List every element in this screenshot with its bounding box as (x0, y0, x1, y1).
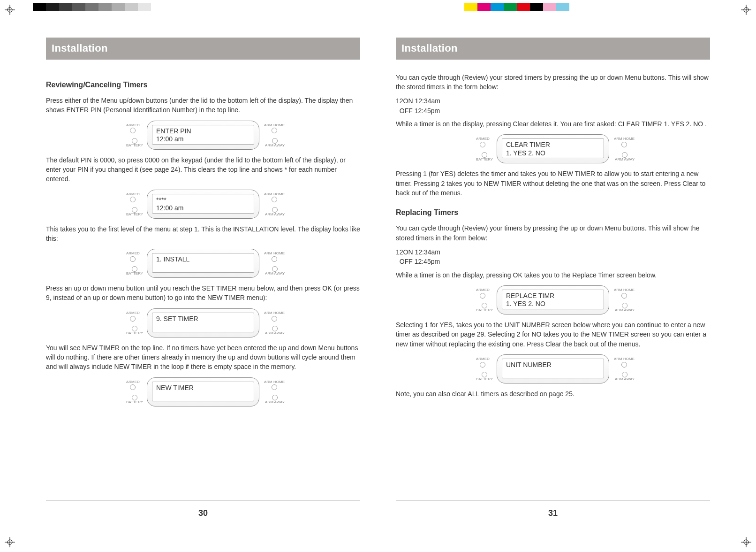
paragraph: While a timer is on the display, pressin… (396, 119, 710, 129)
subheading-reviewing-canceling: Reviewing/Canceling Timers (46, 79, 360, 90)
lcd-illustration: ARMED BATTERY ARM HOME ARM AWAY CLEAR TI… (396, 134, 710, 163)
swatch (138, 3, 151, 11)
swatch (46, 3, 59, 11)
lcd-line1: REPLACE TIMR (506, 292, 600, 300)
swatch (59, 3, 72, 11)
lcd-line2: 1. YES 2. NO (506, 300, 600, 308)
lcd-label-armed: ARMED (126, 123, 140, 134)
swatch (556, 3, 569, 11)
swatch (517, 3, 530, 11)
paragraph: You will see NEW TIMER on the top line. … (46, 343, 360, 372)
page-number: 30 (46, 507, 360, 519)
section-heading: Installation (46, 38, 360, 60)
subheading-replacing-timers: Replacing Timers (396, 207, 710, 218)
swatch (543, 3, 556, 11)
page-number: 31 (396, 507, 710, 519)
registration-mark-icon (5, 537, 15, 547)
lcd-line1: **** (156, 196, 250, 205)
swatch (98, 3, 112, 11)
lcd-line1: NEW TIMER (156, 384, 250, 392)
swatch (491, 3, 504, 11)
lcd-label-battery: BATTERY (126, 138, 143, 148)
swatch (477, 3, 491, 11)
lcd-line1: CLEAR TIMER (506, 141, 600, 149)
section-heading: Installation (396, 38, 710, 60)
document-spread: Installation Reviewing/Canceling Timers … (33, 33, 723, 519)
swatch (530, 3, 543, 11)
swatch (85, 3, 98, 11)
page-30: Installation Reviewing/Canceling Timers … (33, 33, 373, 519)
swatch (464, 3, 477, 11)
paragraph: While a timer is on the display, pressin… (396, 270, 710, 280)
paragraph: The default PIN is 0000, so press 0000 o… (46, 155, 360, 184)
lcd-illustration: ARMED BATTERY ARM HOME ARM AWAY ****12:0… (46, 190, 360, 219)
lcd-line1: UNIT NUMBER (506, 361, 600, 369)
lcd-line2: 12:00 am (156, 204, 250, 213)
lcd-line2: 12:00 am (156, 135, 250, 144)
lcd-line1: 9. SET TIMER (156, 315, 250, 323)
lcd-illustration: ARMED BATTERY ARM HOME ARM AWAY 9. SET T… (46, 308, 360, 337)
timer-example: 12ON 12:34am OFF 12:45pm (396, 247, 710, 267)
swatch (72, 3, 85, 11)
swatch (504, 3, 517, 11)
registration-mark-icon (5, 5, 15, 15)
body-text: Press either of the Menu up/down buttons… (46, 96, 360, 118)
page-31: Installation You can cycle through (Revi… (383, 33, 723, 519)
lcd-label-arm-home: ARM HOME (264, 123, 285, 134)
lcd-illustration: ARMED BATTERY ARM HOME ARM AWAY NEW TIME… (46, 377, 360, 406)
timer-example-line: OFF 12:45pm (396, 257, 710, 266)
paragraph: Pressing 1 (for YES) deletes the timer a… (396, 169, 710, 198)
paragraph: Selecting 1 for YES, takes you to the UN… (396, 320, 710, 349)
timer-example-line: 12ON 12:34am (396, 96, 710, 106)
lcd-label-arm-away: ARM AWAY (265, 138, 285, 148)
timer-example-line: OFF 12:45pm (396, 106, 710, 115)
paragraph: This takes you to the first level of the… (46, 224, 360, 244)
lcd-line2: 1. YES 2. NO (506, 149, 600, 158)
lcd-line1: 1. INSTALL (156, 255, 250, 264)
paragraph: Note, you can also clear ALL timers as d… (396, 389, 710, 399)
paragraph: Press an up or down menu button until yo… (46, 284, 360, 303)
timer-example: 12ON 12:34am OFF 12:45pm (396, 96, 710, 115)
paragraph: Press either of the Menu up/down buttons… (46, 96, 360, 115)
swatch (112, 3, 125, 11)
timer-example-line: 12ON 12:34am (396, 247, 710, 257)
color-calibration-grayscale (33, 3, 164, 11)
horizontal-rule (396, 500, 710, 500)
horizontal-rule (46, 500, 360, 500)
lcd-illustration: ARMED BATTERY ARM HOME ARM AWAY UNIT NUM… (396, 354, 710, 383)
swatch (125, 3, 138, 11)
paragraph: You can cycle through (Review) your stor… (396, 73, 710, 92)
paragraph: You can cycle through (Review) your time… (396, 223, 710, 243)
swatch (33, 3, 46, 11)
registration-mark-icon (741, 537, 751, 547)
lcd-illustration: ARMED BATTERY ARM HOME ARM AWAY 1. INSTA… (46, 249, 360, 278)
lcd-illustration: ARMED BATTERY ARM HOME ARM AWAY ENTER PI… (46, 121, 360, 150)
color-calibration-swatches (464, 3, 582, 11)
lcd-illustration: ARMED BATTERY ARM HOME ARM AWAY REPLACE … (396, 285, 710, 314)
registration-mark-icon (741, 5, 751, 15)
lcd-line1: ENTER PIN (156, 127, 250, 136)
swatch (151, 3, 164, 11)
swatch (569, 3, 582, 11)
